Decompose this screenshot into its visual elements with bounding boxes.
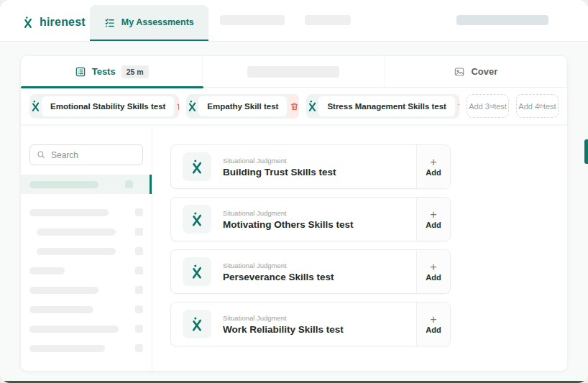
search-input[interactable] bbox=[51, 150, 123, 160]
test-row-body: Situational Judgment Work Reliability Sk… bbox=[171, 303, 416, 346]
category-item[interactable] bbox=[21, 261, 152, 280]
header-action-skeleton bbox=[456, 15, 548, 25]
nav-tab-label: My Assessments bbox=[121, 17, 194, 27]
duration-badge: 25 m bbox=[121, 65, 149, 78]
add-slot-text: test bbox=[494, 102, 507, 111]
tab-cover-label: Cover bbox=[471, 66, 497, 77]
category-item[interactable] bbox=[21, 338, 152, 358]
tab-skeleton[interactable] bbox=[203, 56, 385, 87]
skeleton-bar bbox=[37, 229, 116, 236]
active-tab-underline bbox=[21, 86, 203, 88]
hirenest-logomark-icon bbox=[183, 310, 211, 338]
skeleton-count bbox=[135, 344, 143, 352]
search-box[interactable] bbox=[29, 144, 143, 165]
test-category: Situational Judgment bbox=[223, 209, 354, 217]
builder-tabbar: Tests 25 m Cover bbox=[21, 56, 567, 88]
plus-icon: + bbox=[430, 262, 436, 272]
category-item[interactable] bbox=[21, 241, 152, 261]
plus-icon: + bbox=[430, 315, 436, 325]
nav-tab-my-assessments[interactable]: My Assessments bbox=[90, 5, 208, 41]
cover-image-icon bbox=[454, 66, 465, 78]
add-test-button[interactable]: + Add bbox=[416, 303, 450, 346]
test-category: Situational Judgment bbox=[223, 314, 344, 322]
plus-icon: + bbox=[430, 210, 436, 220]
skeleton-bar bbox=[29, 345, 105, 352]
selected-test-chip[interactable]: Emotional Stability Skills test bbox=[29, 94, 179, 119]
add-button-label: Add bbox=[426, 273, 441, 282]
test-row[interactable]: Situational Judgment Motivating Others S… bbox=[170, 197, 451, 241]
category-item[interactable] bbox=[21, 319, 152, 338]
nav-skeleton-item bbox=[305, 15, 351, 25]
add-test-button[interactable]: + Add bbox=[416, 145, 450, 188]
checklist-icon bbox=[104, 17, 115, 28]
skeleton-count bbox=[135, 305, 143, 313]
categories-sidebar bbox=[21, 125, 152, 371]
selected-test-chip[interactable]: Stress Management Skills test bbox=[306, 94, 459, 119]
add-fourth-test-slot[interactable]: Add 4th test bbox=[516, 94, 559, 118]
test-row[interactable]: Situational Judgment Work Reliability Sk… bbox=[170, 302, 451, 346]
available-tests-panel: Situational Judgment Building Trust Skil… bbox=[152, 125, 567, 371]
category-item[interactable] bbox=[21, 222, 152, 241]
tab-tests-label: Tests bbox=[92, 66, 116, 77]
brand-name: hirenest bbox=[40, 16, 86, 29]
content-area: Situational Judgment Building Trust Skil… bbox=[21, 125, 567, 371]
skeleton-count bbox=[125, 180, 133, 188]
tests-list-icon bbox=[75, 66, 86, 78]
remove-test-button[interactable] bbox=[289, 94, 299, 119]
tab-skeleton-bar bbox=[247, 66, 339, 78]
add-button-label: Add bbox=[426, 168, 441, 177]
hirenest-logomark-icon bbox=[183, 152, 211, 181]
add-slot-text: Add 4 bbox=[518, 102, 539, 111]
test-name: Perseverance Skills test bbox=[223, 272, 334, 282]
hirenest-logomark-icon bbox=[186, 94, 198, 119]
add-slot-text: test bbox=[543, 102, 556, 111]
skeleton-count bbox=[135, 325, 143, 333]
add-test-button[interactable]: + Add bbox=[416, 250, 450, 293]
skeleton-bar bbox=[29, 306, 93, 313]
test-row[interactable]: Situational Judgment Perseverance Skills… bbox=[170, 249, 451, 294]
test-category: Situational Judgment bbox=[223, 262, 334, 269]
test-category: Situational Judgment bbox=[223, 157, 336, 165]
hirenest-logomark-icon bbox=[306, 94, 318, 119]
app-window: hirenest My Assessments bbox=[0, 0, 588, 383]
skeleton-bar bbox=[37, 248, 116, 255]
category-item-selected[interactable] bbox=[21, 175, 152, 194]
test-row-body: Situational Judgment Motivating Others S… bbox=[171, 198, 416, 241]
test-row[interactable]: Situational Judgment Building Trust Skil… bbox=[170, 144, 451, 189]
add-test-button[interactable]: + Add bbox=[416, 198, 450, 241]
remove-test-button[interactable] bbox=[176, 94, 179, 119]
skeleton-count bbox=[135, 267, 143, 274]
add-third-test-slot[interactable]: Add 3rd test bbox=[467, 94, 509, 118]
test-row-body: Situational Judgment Building Trust Skil… bbox=[171, 145, 416, 188]
category-item[interactable] bbox=[21, 300, 152, 319]
assessment-builder-card: Tests 25 m Cover bbox=[20, 55, 568, 372]
selected-test-name: Emotional Stability Skills test bbox=[42, 96, 174, 116]
skeleton-bar bbox=[29, 326, 119, 333]
add-button-label: Add bbox=[426, 326, 441, 334]
hirenest-logomark-icon bbox=[22, 16, 35, 29]
top-nav: hirenest My Assessments bbox=[0, 0, 588, 42]
selected-indicator bbox=[150, 175, 152, 194]
skeleton-bar bbox=[29, 209, 109, 216]
selected-tests-row: Emotional Stability Skills test bbox=[21, 88, 567, 125]
category-item[interactable] bbox=[21, 203, 152, 222]
skeleton-count bbox=[135, 228, 143, 236]
brand-logo[interactable]: hirenest bbox=[22, 16, 86, 29]
hirenest-logomark-icon bbox=[29, 94, 42, 119]
page-background: Tests 25 m Cover bbox=[0, 42, 588, 383]
hirenest-logomark-icon bbox=[183, 205, 211, 234]
offscreen-chip-peek bbox=[584, 139, 588, 164]
remove-test-button[interactable] bbox=[457, 94, 459, 119]
skeleton-bar bbox=[29, 287, 98, 294]
plus-icon: + bbox=[430, 157, 436, 167]
skeleton-bar bbox=[29, 267, 65, 274]
skeleton-bar bbox=[29, 181, 98, 188]
skeleton-count bbox=[135, 286, 143, 294]
selected-test-name: Empathy Skill test bbox=[198, 96, 287, 116]
test-name: Building Trust Skills test bbox=[223, 167, 336, 177]
selected-test-chip[interactable]: Empathy Skill test bbox=[186, 94, 299, 119]
search-icon bbox=[37, 150, 46, 160]
category-item[interactable] bbox=[21, 280, 152, 300]
tab-cover[interactable]: Cover bbox=[385, 56, 567, 87]
tab-tests[interactable]: Tests 25 m bbox=[21, 56, 203, 87]
